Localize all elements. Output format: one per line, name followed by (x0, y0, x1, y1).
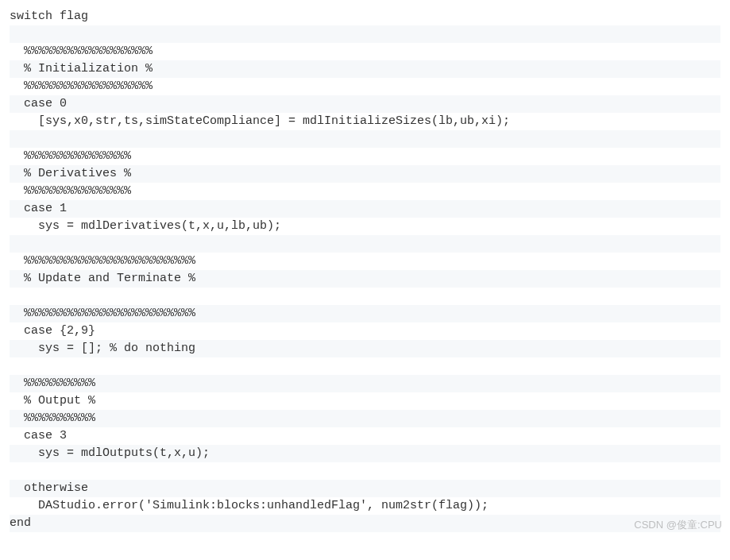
code-line: case {2,9} (10, 322, 720, 340)
code-line (10, 357, 720, 375)
code-line: case 3 (10, 427, 720, 445)
code-block: switch flag %%%%%%%%%%%%%%%%%% % Initial… (0, 0, 730, 539)
code-line: % Initialization % (10, 60, 720, 78)
code-line: %%%%%%%%%%%%%%%%%%%%%%%% (10, 253, 720, 270)
code-line: %%%%%%%%%%%%%%% (10, 148, 720, 165)
code-line: % Output % (10, 392, 720, 410)
code-line: switch flag (10, 8, 720, 25)
code-line: sys = mdlOutputs(t,x,u); (10, 445, 720, 462)
code-line (10, 235, 720, 253)
code-line: end (10, 515, 720, 532)
code-line: %%%%%%%%%%%%%%% (10, 183, 720, 200)
code-line: case 0 (10, 95, 720, 113)
code-line: %%%%%%%%%%%%%%%%%% (10, 43, 720, 60)
code-line: sys = mdlDerivatives(t,x,u,lb,ub); (10, 218, 720, 235)
code-line: %%%%%%%%%%%%%%%%%%%%%%%% (10, 305, 720, 322)
code-line: % Update and Terminate % (10, 270, 720, 288)
code-line: %%%%%%%%%%%%%%%%%% (10, 78, 720, 95)
code-line: %%%%%%%%%% (10, 410, 720, 427)
code-line (10, 25, 720, 43)
code-line: [sys,x0,str,ts,simStateCompliance] = mdl… (10, 113, 720, 130)
code-line (10, 462, 720, 480)
code-line: sys = []; % do nothing (10, 340, 720, 357)
code-line (10, 288, 720, 305)
code-line: % Derivatives % (10, 165, 720, 183)
code-line (10, 130, 720, 148)
code-line: DAStudio.error('Simulink:blocks:unhandle… (10, 497, 720, 515)
code-line: %%%%%%%%%% (10, 375, 720, 392)
code-line: otherwise (10, 480, 720, 497)
code-line: case 1 (10, 200, 720, 218)
